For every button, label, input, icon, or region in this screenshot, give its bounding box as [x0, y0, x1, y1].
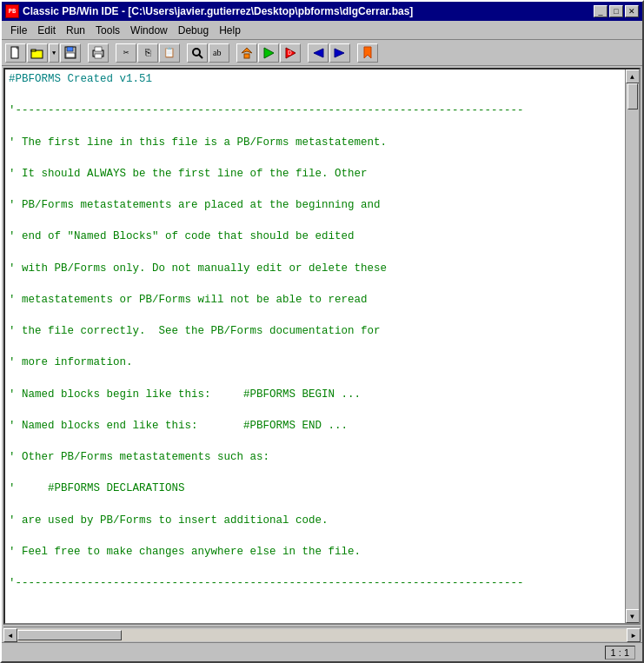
title-buttons: _ □ ✕ — [594, 5, 639, 17]
code-content[interactable]: #PBFORMS Created v1.51 '----------------… — [9, 71, 621, 623]
run-button[interactable] — [258, 43, 279, 63]
svg-marker-20 — [364, 47, 371, 58]
forward-button[interactable] — [329, 43, 350, 63]
menu-edit[interactable]: Edit — [32, 23, 61, 38]
scroll-up-arrow[interactable]: ▲ — [626, 70, 640, 83]
menu-tools[interactable]: Tools — [90, 23, 125, 38]
svg-marker-19 — [335, 49, 344, 57]
title-bar: PB Classic PB/Win IDE - [C:\Users\javier… — [2, 2, 642, 21]
svg-line-11 — [199, 55, 202, 58]
scroll-down-arrow[interactable]: ▼ — [626, 609, 640, 623]
menu-file[interactable]: File — [5, 23, 32, 38]
menu-help[interactable]: Help — [214, 23, 246, 38]
window-title: Classic PB/Win IDE - [C:\Users\javier.gu… — [23, 5, 413, 17]
print-button[interactable] — [88, 43, 109, 63]
close-button[interactable]: ✕ — [625, 5, 639, 17]
status-bar: 1 : 1 — [2, 642, 642, 661]
debug-run-button[interactable]: D — [280, 43, 301, 63]
scroll-track-v[interactable] — [627, 83, 639, 609]
editor-area: #PBFORMS Created v1.51 '----------------… — [3, 68, 641, 625]
restore-button[interactable]: □ — [609, 5, 623, 17]
svg-text:ab: ab — [213, 48, 221, 57]
svg-point-10 — [193, 49, 200, 56]
scroll-left-arrow[interactable]: ◄ — [3, 628, 17, 642]
menu-window[interactable]: Window — [125, 23, 173, 38]
main-window: PB Classic PB/Win IDE - [C:\Users\javier… — [0, 0, 644, 663]
paste-button[interactable]: 📋 — [159, 43, 180, 63]
minimize-button[interactable]: _ — [594, 5, 607, 17]
svg-rect-6 — [66, 53, 75, 57]
svg-marker-13 — [242, 48, 252, 53]
scroll-thumb-v[interactable] — [627, 83, 638, 109]
new-button[interactable] — [5, 43, 26, 63]
back-button[interactable] — [308, 43, 329, 63]
svg-rect-5 — [67, 47, 73, 51]
menu-run[interactable]: Run — [61, 23, 90, 38]
scroll-thumb-h[interactable] — [17, 630, 122, 640]
horizontal-scrollbar[interactable]: ◄ ► — [3, 627, 641, 642]
toolbar: ▼ ✂ ⎘ 📋 ab — [2, 40, 642, 66]
search-button[interactable] — [187, 43, 208, 63]
code-editor[interactable]: #PBFORMS Created v1.51 '----------------… — [5, 70, 625, 623]
menu-debug[interactable]: Debug — [173, 23, 214, 38]
cursor-position: 1 : 1 — [605, 646, 635, 660]
svg-rect-14 — [244, 54, 249, 58]
vertical-scrollbar[interactable]: ▲ ▼ — [625, 70, 639, 623]
svg-rect-9 — [95, 54, 102, 58]
bookmark-button[interactable] — [357, 43, 378, 63]
compile-button[interactable] — [236, 43, 257, 63]
scroll-right-arrow[interactable]: ► — [627, 628, 641, 642]
svg-text:D: D — [288, 49, 292, 56]
menu-bar: File Edit Run Tools Window Debug Help — [2, 21, 642, 40]
svg-marker-15 — [264, 48, 274, 58]
svg-rect-3 — [31, 50, 36, 51]
svg-marker-18 — [314, 49, 323, 57]
copy-button[interactable]: ⎘ — [137, 43, 158, 63]
replace-button[interactable]: ab — [209, 43, 229, 63]
open-dropdown-button[interactable]: ▼ — [49, 43, 59, 63]
scroll-track-h[interactable] — [17, 629, 627, 641]
cut-button[interactable]: ✂ — [116, 43, 136, 63]
save-button[interactable] — [60, 43, 81, 63]
svg-rect-8 — [95, 47, 102, 51]
open-button[interactable] — [27, 43, 48, 63]
app-icon: PB — [5, 4, 19, 18]
title-bar-left: PB Classic PB/Win IDE - [C:\Users\javier… — [5, 4, 413, 18]
